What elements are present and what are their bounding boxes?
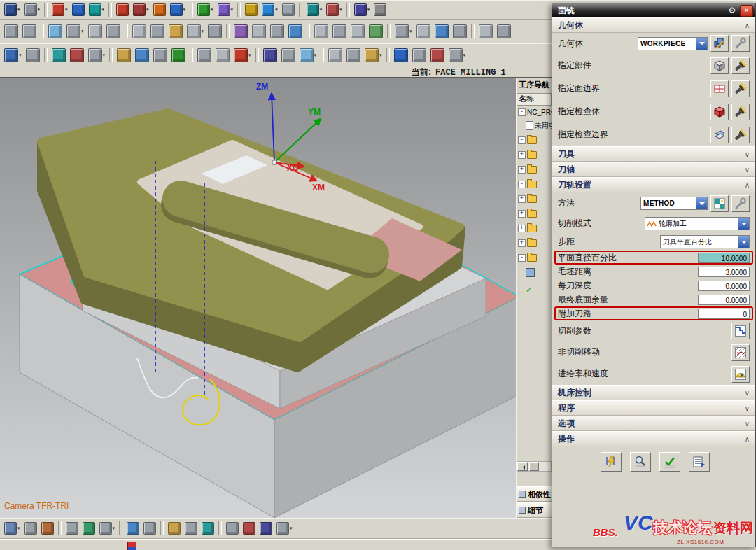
- chevron-down-icon[interactable]: [738, 218, 749, 230]
- toolbar-icon[interactable]: ▾: [87, 47, 107, 64]
- toolbar-icon[interactable]: [71, 2, 86, 17]
- non-cutting-moves-button[interactable]: [732, 344, 750, 361]
- parameter-input[interactable]: 10.0000: [698, 253, 750, 263]
- details-panel-header[interactable]: 细节: [517, 502, 552, 518]
- toolbar-icon[interactable]: [47, 23, 64, 40]
- section-program[interactable]: 程序: [552, 400, 755, 416]
- toolbar-icon[interactable]: [269, 23, 286, 40]
- toolbar-icon[interactable]: ▾: [298, 47, 318, 64]
- new-geometry-button[interactable]: [732, 35, 750, 52]
- toolbar-icon[interactable]: [64, 521, 80, 536]
- toolbar-icon[interactable]: ▾: [23, 2, 42, 17]
- toolbar-icon[interactable]: [214, 47, 231, 64]
- toolbar-icon[interactable]: [69, 47, 85, 64]
- tree-item[interactable]: [517, 177, 552, 192]
- select-check-body-button[interactable]: [710, 104, 729, 120]
- highlight-face-boundary-button[interactable]: [732, 80, 750, 97]
- toolbar-icon[interactable]: [313, 23, 330, 40]
- tree-item[interactable]: [517, 236, 552, 251]
- scrollbar-thumb[interactable]: [529, 462, 539, 471]
- toolbar-icon[interactable]: [50, 47, 67, 64]
- tree-item[interactable]: [517, 162, 552, 177]
- toolbar-icon[interactable]: [105, 23, 122, 40]
- toolbar-icon[interactable]: ▾: [98, 521, 117, 536]
- toolbar-icon[interactable]: [349, 23, 366, 40]
- toolbar-icon[interactable]: [393, 47, 410, 64]
- chevron-down-icon[interactable]: [696, 38, 707, 50]
- cut-pattern-dropdown[interactable]: 轮廓加工: [645, 217, 750, 230]
- parameter-input[interactable]: 0: [698, 309, 750, 319]
- toolbar-icon[interactable]: [225, 521, 240, 536]
- toolbar-icon[interactable]: [251, 23, 267, 40]
- toolbar-icon[interactable]: [345, 47, 362, 64]
- toolbar-icon[interactable]: [258, 521, 274, 536]
- tree-item[interactable]: [517, 192, 552, 206]
- toolbar-icon[interactable]: [152, 2, 167, 17]
- toolpath-list-button[interactable]: [689, 452, 710, 472]
- select-part-button[interactable]: [710, 57, 729, 74]
- toolbar-icon[interactable]: [281, 2, 296, 17]
- toolbar-icon[interactable]: ▾: [3, 47, 23, 64]
- graphics-viewport[interactable]: ZM YM XC XM Camera TFR-TRI: [0, 78, 517, 518]
- toolbar-icon[interactable]: [232, 23, 249, 40]
- verify-toolpath-button[interactable]: [630, 452, 651, 472]
- parameter-input[interactable]: 0.0000: [698, 295, 750, 305]
- toolbar-icon[interactable]: [23, 521, 38, 536]
- tree-expander-icon[interactable]: [518, 254, 526, 262]
- toolbar-icon[interactable]: [142, 521, 158, 536]
- toolbar-icon[interactable]: [167, 23, 184, 40]
- toolbar-icon[interactable]: [477, 23, 494, 40]
- toolbar-icon[interactable]: [206, 23, 223, 40]
- toolbar-icon[interactable]: ▾: [325, 2, 344, 17]
- toolbar-icon[interactable]: ▾: [363, 47, 384, 64]
- tree-expander-icon[interactable]: [518, 108, 526, 116]
- feeds-speeds-button[interactable]: [732, 366, 750, 383]
- toolbar-icon[interactable]: ▾: [305, 2, 324, 17]
- toolbar-icon[interactable]: ▾: [88, 2, 106, 17]
- 3d-scene[interactable]: ZM YM XC XM: [0, 78, 516, 518]
- highlight-part-button[interactable]: [732, 57, 750, 74]
- toolbar-icon[interactable]: [331, 23, 348, 40]
- toolbar-icon[interactable]: [368, 23, 384, 40]
- highlight-check-boundary-button[interactable]: [732, 127, 750, 143]
- tree-expander-icon[interactable]: [518, 151, 526, 159]
- toolbar-icon[interactable]: ▾: [260, 2, 279, 17]
- toolbar-icon[interactable]: ▾: [393, 23, 414, 40]
- tree-item[interactable]: [517, 206, 552, 221]
- method-dropdown[interactable]: METHOD: [640, 197, 708, 210]
- section-tool[interactable]: 刀具: [552, 146, 755, 162]
- section-tool-axis[interactable]: 刀轴: [552, 162, 755, 177]
- chevron-down-icon[interactable]: [696, 197, 707, 209]
- section-machine-control[interactable]: 机床控制: [552, 385, 755, 400]
- gear-icon[interactable]: ⚙: [727, 6, 738, 15]
- toolbar-icon[interactable]: [21, 23, 38, 40]
- section-actions[interactable]: 操作: [552, 431, 755, 446]
- toolbar-icon[interactable]: [87, 23, 104, 40]
- toolbar-icon[interactable]: [24, 47, 41, 64]
- parameter-input[interactable]: 0.0000: [698, 281, 750, 291]
- toolbar-icon[interactable]: [280, 47, 297, 64]
- toolbar-icon[interactable]: [40, 521, 55, 536]
- generate-toolpath-button[interactable]: [601, 452, 622, 472]
- tree-item[interactable]: [517, 148, 552, 162]
- dependencies-panel-header[interactable]: 相依性: [517, 486, 552, 502]
- toolbar-icon[interactable]: [125, 521, 141, 536]
- toolbar-icon[interactable]: [134, 47, 150, 64]
- toolbar-icon[interactable]: ▾: [3, 521, 22, 536]
- tree-item[interactable]: [517, 251, 552, 265]
- section-path-settings[interactable]: 刀轨设置: [552, 177, 755, 192]
- toolbar-icon[interactable]: ▾: [353, 2, 372, 17]
- toolbar-icon[interactable]: ▾: [447, 47, 468, 64]
- toolbar-icon[interactable]: [200, 521, 216, 536]
- dialog-titlebar[interactable]: 面铣 ⚙ ✕: [552, 3, 755, 17]
- edit-geometry-button[interactable]: [710, 35, 729, 52]
- stepover-dropdown[interactable]: 刀具平直百分比: [660, 235, 750, 248]
- tree-item[interactable]: [517, 280, 552, 295]
- simulate-toolpath-button[interactable]: [659, 452, 680, 472]
- highlight-check-body-button[interactable]: [732, 104, 750, 120]
- toolbar-icon[interactable]: [152, 47, 169, 64]
- toolbar-icon[interactable]: [115, 47, 132, 64]
- toolbar-icon[interactable]: [372, 2, 388, 17]
- close-icon[interactable]: ✕: [740, 5, 753, 17]
- toolbar-icon[interactable]: ▾: [65, 23, 85, 40]
